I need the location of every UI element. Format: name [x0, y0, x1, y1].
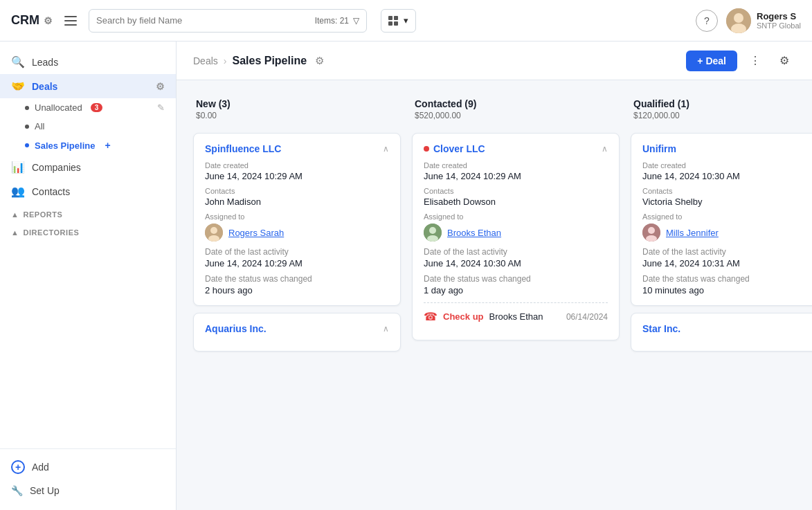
view-toggle[interactable]: ▾ [381, 9, 416, 33]
sidebar-item-leads[interactable]: 🔍 Leads [0, 50, 176, 74]
checkup-label[interactable]: Check up [443, 311, 484, 322]
kanban-card-star[interactable]: Star Inc. ∧ [631, 313, 812, 352]
breadcrumb-deals[interactable]: Deals [193, 55, 218, 66]
sidebar-sub-sales-pipeline[interactable]: Sales Pipeline + [0, 136, 176, 155]
sidebar-sub-all[interactable]: All [0, 117, 176, 136]
checkup-date: 06/14/2024 [566, 312, 608, 322]
directories-arrow-icon: ▲ [11, 228, 19, 237]
add-label: Add [32, 462, 49, 473]
sidebar-section-directories[interactable]: ▲ DIRECTORIES [0, 221, 176, 239]
add-deal-button[interactable]: + Deal [686, 51, 737, 71]
leads-icon: 🔍 [11, 55, 25, 69]
sidebar-collapse-button[interactable] [61, 11, 80, 30]
last-activity-label-unifirm: Date of the last activity [642, 247, 812, 257]
sidebar-item-contacts[interactable]: 👥 Contacts [0, 179, 176, 203]
assigned-label-spinfluence: Assigned to [205, 212, 389, 221]
card-header-star: Star Inc. ∧ [642, 323, 812, 334]
status-changed-label-spinfluence: Date the status was changed [205, 274, 389, 284]
kanban-card-aquarius[interactable]: Aquarius Inc. ∧ [193, 313, 401, 352]
brand-gear-icon[interactable]: ⚙ [44, 15, 53, 26]
checkup-person: Brooks Ethan [489, 311, 543, 322]
sidebar-add-button[interactable]: + Add [0, 455, 176, 480]
page-settings-button[interactable]: ⚙ [773, 50, 795, 72]
kanban-card-spinfluence[interactable]: Spinfluence LLC ∧ Date created June 14, … [193, 133, 401, 306]
card-collapse-clover[interactable]: ∧ [602, 144, 608, 154]
kanban-col-new: New (3) $0.00 Spinfluence LLC ∧ Date cre… [193, 91, 401, 352]
svg-rect-4 [394, 16, 398, 20]
sidebar-section-reports[interactable]: ▲ REPORTS [0, 203, 176, 221]
date-created-value-clover: June 14, 2024 10:29 AM [424, 171, 608, 181]
companies-icon: 📊 [11, 161, 25, 174]
chevron-down-icon: ▾ [404, 15, 408, 26]
date-created-value-spinfluence: June 14, 2024 10:29 AM [205, 171, 389, 181]
date-created-label-unifirm: Date created [642, 161, 812, 170]
clover-title-text: Clover LLC [433, 143, 485, 154]
deals-settings-icon[interactable]: ⚙ [156, 81, 165, 92]
card-collapse-spinfluence[interactable]: ∧ [383, 144, 389, 154]
status-changed-value-clover: 1 day ago [424, 285, 608, 295]
contacts-value-clover: Elisabeth Dowson [424, 197, 608, 207]
help-button[interactable]: ? [696, 10, 718, 32]
kanban-col-contacted: Contacted (9) $520,000.00 Clover LLC ∧ D… [412, 91, 620, 340]
assigned-to-spinfluence: Rogers Sarah [205, 224, 389, 242]
page-header: Deals › Sales Pipeline ⚙ + Deal ⋮ ⚙ [177, 42, 812, 80]
card-header-clover: Clover LLC ∧ [424, 143, 608, 154]
main-content: Deals › Sales Pipeline ⚙ + Deal ⋮ ⚙ New … [177, 42, 812, 510]
assigned-label-clover: Assigned to [424, 212, 608, 221]
last-activity-value-clover: June 14, 2024 10:30 AM [424, 258, 608, 268]
contacts-label-clover: Contacts [424, 187, 608, 195]
breadcrumb-separator: › [224, 55, 227, 66]
col-header-contacted: Contacted (9) $520,000.00 [412, 91, 620, 126]
sidebar-item-deals[interactable]: 🤝 Deals ⚙ [0, 74, 176, 98]
card-collapse-aquarius[interactable]: ∧ [383, 324, 389, 334]
sidebar: 🔍 Leads 🤝 Deals ⚙ Unallocated 3 ✎ All Sa… [0, 42, 177, 510]
reports-label: REPORTS [23, 210, 62, 219]
unallocated-label: Unallocated [35, 102, 82, 113]
contacts-icon: 👥 [11, 185, 25, 198]
sidebar-leads-label: Leads [32, 57, 58, 68]
card-title-spinfluence: Spinfluence LLC [205, 143, 281, 154]
add-circle-icon: + [11, 460, 25, 474]
contacts-value-unifirm: Victoria Shelby [642, 197, 812, 207]
col-header-qualified: Qualified (1) $120,000.00 [631, 91, 812, 126]
unallocated-edit-icon[interactable]: ✎ [157, 102, 165, 113]
assigned-name-clover[interactable]: Brooks Ethan [447, 228, 501, 238]
avatar-mills-jennifer [642, 224, 660, 242]
sidebar-setup-button[interactable]: 🔧 Set Up [0, 480, 176, 502]
assigned-to-clover: Brooks Ethan [424, 224, 608, 242]
contacts-label-spinfluence: Contacts [205, 187, 389, 195]
sidebar-item-companies[interactable]: 📊 Companies [0, 155, 176, 179]
brand-name: CRM [11, 13, 39, 28]
last-activity-label-clover: Date of the last activity [424, 247, 608, 257]
brand-logo: CRM ⚙ [11, 13, 53, 28]
topbar: CRM ⚙ Items: 21 ▽ ▾ ? Rogers S SNTP Glob… [0, 0, 812, 42]
more-options-button[interactable]: ⋮ [744, 50, 766, 72]
last-activity-label-spinfluence: Date of the last activity [205, 247, 389, 257]
col-amount-new: $0.00 [196, 111, 398, 120]
search-bar[interactable]: Items: 21 ▽ [89, 9, 367, 33]
pipeline-add-icon[interactable]: + [105, 140, 110, 151]
card-header-aquarius: Aquarius Inc. ∧ [205, 323, 389, 334]
kanban-col-qualified: Qualified (1) $120,000.00 Unifirm ∧ Date… [631, 91, 812, 352]
org-name: SNTP Global [757, 21, 801, 30]
status-changed-value-unifirm: 10 minutes ago [642, 285, 812, 295]
kanban-card-unifirm[interactable]: Unifirm ∧ Date created June 14, 2024 10:… [631, 133, 812, 306]
sidebar-deals-label: Deals [32, 81, 57, 92]
col-title-new: New (3) [196, 98, 398, 109]
setup-label: Set Up [30, 485, 60, 496]
kanban-card-clover[interactable]: Clover LLC ∧ Date created June 14, 2024 … [412, 133, 620, 340]
card-title-clover: Clover LLC [424, 143, 485, 154]
page-header-actions: + Deal ⋮ ⚙ [686, 50, 795, 72]
svg-rect-2 [64, 24, 77, 26]
assigned-name-unifirm[interactable]: Mills Jennifer [666, 228, 719, 238]
search-input[interactable] [96, 15, 315, 26]
user-menu[interactable]: Rogers S SNTP Global [726, 8, 801, 33]
assigned-name-spinfluence[interactable]: Rogers Sarah [228, 228, 284, 238]
pipeline-settings-icon[interactable]: ⚙ [315, 55, 324, 67]
filter-icon[interactable]: ▽ [353, 16, 359, 26]
clover-status-dot [424, 146, 429, 152]
deals-icon: 🤝 [11, 80, 25, 93]
sidebar-sub-unallocated[interactable]: Unallocated 3 ✎ [0, 98, 176, 117]
all-label: All [35, 121, 44, 131]
add-deal-label: + Deal [697, 55, 726, 66]
